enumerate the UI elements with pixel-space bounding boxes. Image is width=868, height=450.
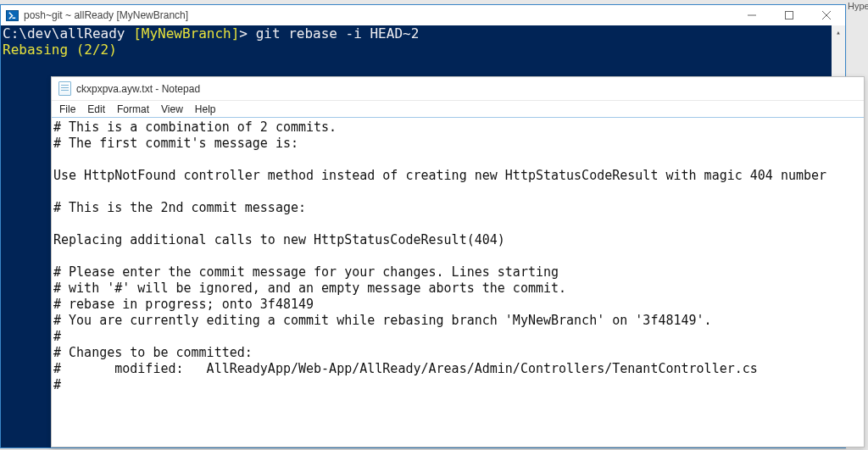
- notepad-titlebar[interactable]: ckxpxpva.ayw.txt - Notepad: [52, 77, 864, 101]
- svg-rect-1: [786, 12, 793, 19]
- powershell-titlebar[interactable]: posh~git ~ allReady [MyNewBranch]: [1, 5, 845, 25]
- notepad-icon: [58, 81, 71, 96]
- menu-file[interactable]: File: [55, 103, 80, 116]
- menu-format[interactable]: Format: [113, 103, 153, 116]
- prompt-line: C:\dev\allReady [MyNewBranch]> git rebas…: [3, 25, 843, 42]
- status-line: Rebasing (2/2): [3, 42, 843, 58]
- command-text: git rebase -i HEAD~2: [256, 25, 420, 42]
- menu-edit[interactable]: Edit: [83, 103, 109, 116]
- scroll-up-icon[interactable]: ▴: [832, 25, 845, 39]
- powershell-title-text: posh~git ~ allReady [MyNewBranch]: [24, 9, 188, 21]
- notepad-menubar: File Edit Format View Help: [52, 101, 864, 118]
- prompt-path: C:\dev\allReady: [3, 25, 133, 42]
- notepad-title-text: ckxpxpva.ayw.txt - Notepad: [76, 83, 200, 95]
- window-buttons: [733, 5, 845, 25]
- maximize-button[interactable]: [771, 5, 808, 25]
- close-button[interactable]: [808, 5, 845, 25]
- menu-view[interactable]: View: [157, 103, 187, 116]
- menu-help[interactable]: Help: [191, 103, 220, 116]
- background-label: Hype: [848, 1, 868, 11]
- notepad-editor[interactable]: # This is a combination of 2 commits. # …: [52, 118, 864, 395]
- notepad-window: ckxpxpva.ayw.txt - Notepad File Edit For…: [51, 76, 865, 447]
- prompt-separator: >: [239, 25, 255, 42]
- minimize-button[interactable]: [733, 5, 771, 25]
- prompt-branch: [MyNewBranch]: [133, 25, 239, 42]
- powershell-icon: [6, 10, 19, 21]
